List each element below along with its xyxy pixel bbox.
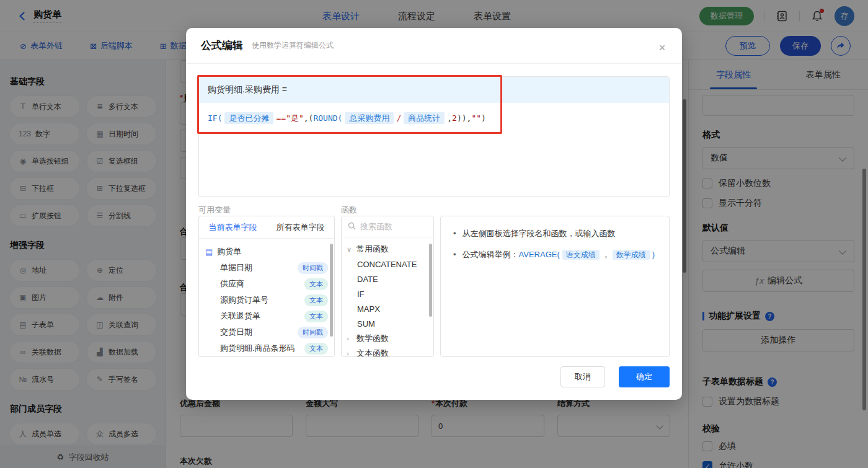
formula-token: IF( bbox=[208, 113, 222, 123]
formula-help-panel: • 从左侧面板选择字段名和函数，或输入函数 • 公式编辑举例：AVERAGE(语… bbox=[440, 216, 670, 357]
function-group-常用函数[interactable]: ∨常用函数 bbox=[347, 242, 428, 257]
function-group-文本函数[interactable]: ›文本函数 bbox=[347, 346, 428, 357]
variable-name: 购货明细.商品条形码 bbox=[220, 343, 304, 354]
function-search bbox=[342, 216, 433, 237]
help-line-1: • 从左侧面板选择字段名和函数，或输入函数 bbox=[453, 227, 657, 240]
variable-type-badge: 文本 bbox=[304, 294, 328, 306]
modal-header: 公式编辑 使用数学运算符编辑公式 bbox=[186, 28, 682, 64]
bullet-icon: • bbox=[453, 249, 456, 261]
variable-单据日期[interactable]: 单据日期时间戳 bbox=[205, 260, 328, 276]
functions-scrollbar[interactable] bbox=[429, 244, 432, 317]
formula-token: ， bbox=[602, 250, 610, 259]
modal-subtitle: 使用数学运算符编辑公式 bbox=[252, 40, 334, 51]
variables-scrollbar[interactable] bbox=[330, 244, 333, 337]
caret-icon: › bbox=[347, 335, 353, 342]
bullet-icon: • bbox=[453, 227, 456, 240]
caret-icon: › bbox=[347, 350, 353, 357]
function-group-label: 数学函数 bbox=[356, 333, 389, 344]
variable-type-badge: 时间戳 bbox=[298, 327, 328, 338]
field-chip-数学成绩[interactable]: 数学成绩 bbox=[613, 250, 650, 260]
variable-购货明细.商品条形码[interactable]: 购货明细.商品条形码文本 bbox=[205, 340, 328, 356]
variables-tab-当前表单字段[interactable]: 当前表单字段 bbox=[199, 216, 267, 238]
variable-供应商[interactable]: 供应商文本 bbox=[205, 276, 328, 292]
formula-token: ,( bbox=[304, 113, 314, 123]
variables-label: 可用变量 bbox=[198, 205, 231, 216]
variable-type-badge: 文本 bbox=[304, 311, 328, 322]
variable-交货日期[interactable]: 交货日期时间戳 bbox=[205, 324, 328, 340]
formula-expression[interactable]: IF(是否已分摊=="是",(ROUND(总采购费用/商品统计,2)),"") bbox=[199, 103, 669, 134]
variables-tab-所有表单字段[interactable]: 所有表单字段 bbox=[267, 216, 334, 238]
function-search-input[interactable] bbox=[360, 222, 427, 231]
modal-title: 公式编辑 bbox=[201, 38, 243, 53]
field-chip-语文成绩[interactable]: 语文成绩 bbox=[562, 250, 600, 260]
function-item-CONCATENATE[interactable]: CONCATENATE bbox=[347, 257, 428, 272]
formula-token: AVERAGE( bbox=[519, 250, 560, 259]
function-group-数学函数[interactable]: ›数学函数 bbox=[347, 331, 428, 346]
function-group-label: 常用函数 bbox=[356, 244, 389, 255]
variable-name: 关联退货单 bbox=[220, 311, 304, 322]
formula-token: )), bbox=[457, 113, 471, 123]
formula-token: 2 bbox=[452, 113, 457, 123]
field-chip-总采购费用[interactable]: 总采购费用 bbox=[345, 112, 394, 124]
formula-token: , bbox=[447, 113, 452, 123]
formula-token: ) bbox=[652, 250, 655, 259]
formula-token: == bbox=[276, 113, 286, 123]
variable-type-badge: 文本 bbox=[304, 343, 328, 355]
help-line-2: • 公式编辑举例：AVERAGE(语文成绩，数学成绩) bbox=[453, 249, 657, 261]
function-item-IF[interactable]: IF bbox=[347, 286, 428, 301]
caret-icon: ∨ bbox=[347, 245, 353, 254]
formula-token: / bbox=[396, 113, 401, 123]
formula-token: ROUND( bbox=[313, 113, 342, 123]
variable-name: 单据日期 bbox=[220, 262, 298, 273]
variable-关联退货单[interactable]: 关联退货单文本 bbox=[205, 308, 328, 324]
search-icon bbox=[348, 221, 356, 232]
variables-root-label: 购货单 bbox=[217, 246, 241, 257]
variables-root[interactable]: ▤购货单 bbox=[205, 244, 328, 260]
cancel-button[interactable]: 取消 bbox=[560, 366, 605, 387]
formula-token: "" bbox=[471, 113, 481, 123]
function-item-DATE[interactable]: DATE bbox=[347, 272, 428, 286]
variable-name: 供应商 bbox=[220, 278, 304, 289]
variable-name: 源购货订单号 bbox=[220, 294, 304, 306]
formula-editor[interactable]: 购货明细.采购费用 = IF(是否已分摊=="是",(ROUND(总采购费用/商… bbox=[198, 76, 670, 197]
functions-label: 函数 bbox=[341, 205, 357, 216]
formula-token: ) bbox=[481, 113, 486, 123]
formula-token: "是" bbox=[286, 113, 304, 123]
variable-源购货订单号[interactable]: 源购货订单号文本 bbox=[205, 292, 328, 308]
function-item-SUM[interactable]: SUM bbox=[347, 316, 428, 331]
functions-panel: ∨常用函数CONCATENATEDATEIFMAPXSUM›数学函数›文本函数 bbox=[341, 216, 434, 357]
formula-target: 购货明细.采购费用 = bbox=[199, 77, 669, 103]
variables-panel: 当前表单字段所有表单字段 ▤购货单单据日期时间戳供应商文本源购货订单号文本关联退… bbox=[198, 216, 335, 357]
variable-type-badge: 文本 bbox=[304, 278, 328, 290]
function-item-MAPX[interactable]: MAPX bbox=[347, 301, 428, 316]
modal-footer: 取消 确定 bbox=[186, 366, 682, 400]
variable-name: 交货日期 bbox=[220, 327, 298, 338]
variable-type-badge: 时间戳 bbox=[298, 262, 328, 274]
close-icon[interactable]: × bbox=[656, 42, 668, 54]
document-icon: ▤ bbox=[205, 247, 213, 257]
field-chip-是否已分摊[interactable]: 是否已分摊 bbox=[224, 112, 273, 124]
formula-editor-modal: 公式编辑 使用数学运算符编辑公式 × 购货明细.采购费用 = IF(是否已分摊=… bbox=[186, 28, 682, 400]
function-group-label: 文本函数 bbox=[356, 348, 389, 357]
confirm-button[interactable]: 确定 bbox=[619, 366, 670, 387]
field-chip-商品统计[interactable]: 商品统计 bbox=[404, 112, 445, 124]
